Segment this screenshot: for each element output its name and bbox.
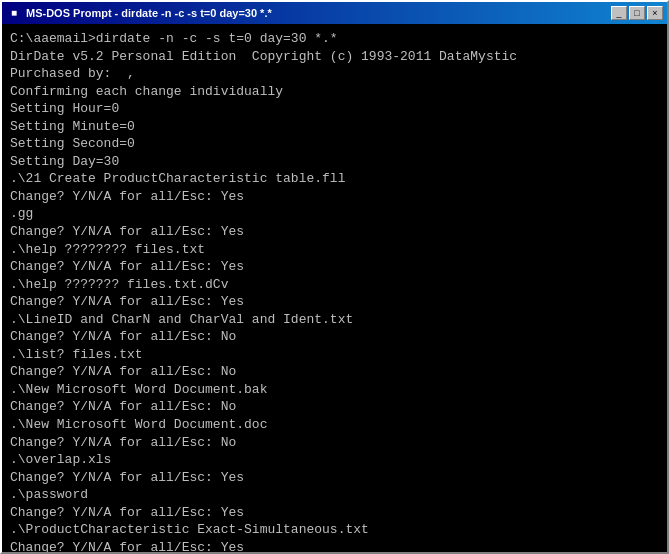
terminal-line: .\LineID and CharN and CharVal and Ident… [10, 311, 659, 329]
terminal-line: Purchased by: , [10, 65, 659, 83]
terminal-line: Change? Y/N/A for all/Esc: No [10, 328, 659, 346]
terminal-line: .\password [10, 486, 659, 504]
terminal-line: .\list? files.txt [10, 346, 659, 364]
terminal-line: .\ProductCharacteristic Exact-Simultaneo… [10, 521, 659, 539]
terminal-line: Setting Hour=0 [10, 100, 659, 118]
minimize-button[interactable]: _ [611, 6, 627, 20]
window-controls: _ □ × [611, 6, 663, 20]
terminal-line: .\21 Create ProductCharacteristic table.… [10, 170, 659, 188]
terminal-line: Change? Y/N/A for all/Esc: Yes [10, 504, 659, 522]
terminal-line: Setting Day=30 [10, 153, 659, 171]
terminal-line: .\overlap.xls [10, 451, 659, 469]
title-bar: ■ MS-DOS Prompt - dirdate -n -c -s t=0 d… [2, 2, 667, 24]
terminal-line: Setting Second=0 [10, 135, 659, 153]
terminal-line: Change? Y/N/A for all/Esc: Yes [10, 258, 659, 276]
terminal-line: .\help ??????? files.txt.dCv [10, 276, 659, 294]
terminal-line: Change? Y/N/A for all/Esc: No [10, 398, 659, 416]
terminal-line: DirDate v5.2 Personal Edition Copyright … [10, 48, 659, 66]
close-button[interactable]: × [647, 6, 663, 20]
terminal-line: C:\aaemail>dirdate -n -c -s t=0 day=30 *… [10, 30, 659, 48]
terminal-line: Confirming each change individually [10, 83, 659, 101]
terminal-line: .\New Microsoft Word Document.bak [10, 381, 659, 399]
maximize-button[interactable]: □ [629, 6, 645, 20]
terminal-line: .\help ???????? files.txt [10, 241, 659, 259]
dos-icon: ■ [6, 5, 22, 21]
terminal-line: Change? Y/N/A for all/Esc: Yes [10, 469, 659, 487]
terminal-line: Change? Y/N/A for all/Esc: Yes [10, 293, 659, 311]
terminal-line: Change? Y/N/A for all/Esc: Yes [10, 539, 659, 552]
terminal-line: .\New Microsoft Word Document.doc [10, 416, 659, 434]
terminal-line: Change? Y/N/A for all/Esc: Yes [10, 188, 659, 206]
terminal-output: C:\aaemail>dirdate -n -c -s t=0 day=30 *… [2, 24, 667, 552]
window-title: MS-DOS Prompt - dirdate -n -c -s t=0 day… [26, 7, 272, 19]
terminal-line: Change? Y/N/A for all/Esc: Yes [10, 223, 659, 241]
title-bar-left: ■ MS-DOS Prompt - dirdate -n -c -s t=0 d… [6, 5, 272, 21]
terminal-line: Setting Minute=0 [10, 118, 659, 136]
terminal-line: Change? Y/N/A for all/Esc: No [10, 434, 659, 452]
window: ■ MS-DOS Prompt - dirdate -n -c -s t=0 d… [0, 0, 669, 554]
terminal-line: .gg [10, 205, 659, 223]
terminal-line: Change? Y/N/A for all/Esc: No [10, 363, 659, 381]
